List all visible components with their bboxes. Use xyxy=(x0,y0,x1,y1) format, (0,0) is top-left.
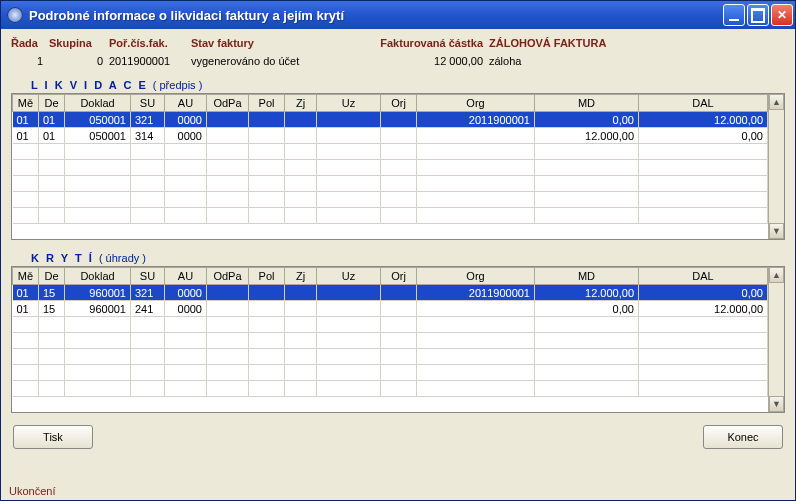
col-au[interactable]: AU xyxy=(165,268,207,285)
table-row[interactable] xyxy=(13,381,768,397)
table-row[interactable] xyxy=(13,176,768,192)
table-kryti[interactable]: Mě De Doklad SU AU OdPa Pol Zj Uz Orj Or xyxy=(12,267,768,397)
table-row[interactable] xyxy=(13,349,768,365)
col-doklad[interactable]: Doklad xyxy=(65,268,131,285)
col-pol[interactable]: Pol xyxy=(249,95,285,112)
cell-pol xyxy=(249,128,285,144)
cell-md: 12.000,00 xyxy=(535,128,639,144)
col-me[interactable]: Mě xyxy=(13,95,39,112)
maximize-button[interactable] xyxy=(747,4,769,26)
table-row[interactable] xyxy=(13,365,768,381)
col-su[interactable]: SU xyxy=(131,268,165,285)
col-org[interactable]: Org xyxy=(417,95,535,112)
cell-doklad: 960001 xyxy=(65,285,131,301)
col-me[interactable]: Mě xyxy=(13,268,39,285)
table-row[interactable]: 0101050001314000012.000,000,00 xyxy=(13,128,768,144)
col-md[interactable]: MD xyxy=(535,268,639,285)
label-por: Poř.čís.fak. xyxy=(109,37,191,49)
content: Řada Skupina Poř.čís.fak. Stav faktury F… xyxy=(1,29,795,482)
cell-su: 321 xyxy=(131,285,165,301)
col-au[interactable]: AU xyxy=(165,95,207,112)
cell-orj xyxy=(381,112,417,128)
cell-au: 0000 xyxy=(165,285,207,301)
col-org[interactable]: Org xyxy=(417,268,535,285)
scroll-down-icon[interactable]: ▼ xyxy=(769,396,784,412)
cell-odpa xyxy=(207,128,249,144)
cell-orj xyxy=(381,285,417,301)
titlebar: Podrobné informace o likvidaci faktury a… xyxy=(1,1,795,29)
col-uz[interactable]: Uz xyxy=(317,268,381,285)
table-row[interactable] xyxy=(13,192,768,208)
konec-button[interactable]: Konec xyxy=(703,425,783,449)
scrollbar-kryti[interactable]: ▲ ▼ xyxy=(768,267,784,412)
table-header: Mě De Doklad SU AU OdPa Pol Zj Uz Orj Or xyxy=(13,95,768,112)
cell-su: 321 xyxy=(131,112,165,128)
cell-me: 01 xyxy=(13,128,39,144)
col-su[interactable]: SU xyxy=(131,95,165,112)
cell-doklad: 050001 xyxy=(65,112,131,128)
col-de[interactable]: De xyxy=(39,95,65,112)
table-likvidace[interactable]: Mě De Doklad SU AU OdPa Pol Zj Uz Orj Or xyxy=(12,94,768,224)
cell-me: 01 xyxy=(13,301,39,317)
col-dal[interactable]: DAL xyxy=(639,268,768,285)
value-por: 2011900001 xyxy=(109,55,191,67)
cell-odpa xyxy=(207,285,249,301)
col-odpa[interactable]: OdPa xyxy=(207,95,249,112)
cell-pol xyxy=(249,112,285,128)
col-md[interactable]: MD xyxy=(535,95,639,112)
table-row[interactable] xyxy=(13,208,768,224)
table-row[interactable]: 0101050001321000020119000010,0012.000,00 xyxy=(13,112,768,128)
cell-dal: 0,00 xyxy=(639,285,768,301)
scroll-up-icon[interactable]: ▲ xyxy=(769,267,784,283)
cell-au: 0000 xyxy=(165,112,207,128)
col-orj[interactable]: Orj xyxy=(381,95,417,112)
col-zj[interactable]: Zj xyxy=(285,95,317,112)
likvidace-title-text: L I K V I D A C E xyxy=(31,79,148,91)
cell-me: 01 xyxy=(13,112,39,128)
table-row[interactable] xyxy=(13,317,768,333)
cell-zj xyxy=(285,112,317,128)
cell-de: 15 xyxy=(39,285,65,301)
cell-su: 241 xyxy=(131,301,165,317)
value-skupina: 0 xyxy=(49,55,109,67)
header-labels: Řada Skupina Poř.čís.fak. Stav faktury F… xyxy=(11,37,785,49)
cell-su: 314 xyxy=(131,128,165,144)
section-kryti-title: K R Y T Í ( úhrady ) xyxy=(11,252,785,264)
label-skupina: Skupina xyxy=(49,37,109,49)
window: Podrobné informace o likvidaci faktury a… xyxy=(0,0,796,501)
cell-de: 01 xyxy=(39,128,65,144)
tisk-button[interactable]: Tisk xyxy=(13,425,93,449)
cell-uz xyxy=(317,301,381,317)
table-row[interactable] xyxy=(13,160,768,176)
window-buttons xyxy=(723,4,793,26)
app-icon xyxy=(7,7,23,23)
table-row[interactable]: 011596000124100000,0012.000,00 xyxy=(13,301,768,317)
cell-uz xyxy=(317,285,381,301)
cell-me: 01 xyxy=(13,285,39,301)
table-row[interactable] xyxy=(13,333,768,349)
cell-de: 15 xyxy=(39,301,65,317)
scroll-up-icon[interactable]: ▲ xyxy=(769,94,784,110)
scrollbar-likvidace[interactable]: ▲ ▼ xyxy=(768,94,784,239)
table-row[interactable] xyxy=(13,144,768,160)
cell-org: 2011900001 xyxy=(417,285,535,301)
scroll-down-icon[interactable]: ▼ xyxy=(769,223,784,239)
col-pol[interactable]: Pol xyxy=(249,268,285,285)
close-button[interactable] xyxy=(771,4,793,26)
cell-uz xyxy=(317,128,381,144)
col-doklad[interactable]: Doklad xyxy=(65,95,131,112)
col-de[interactable]: De xyxy=(39,268,65,285)
cell-doklad: 960001 xyxy=(65,301,131,317)
footer-buttons: Tisk Konec xyxy=(11,425,785,449)
minimize-button[interactable] xyxy=(723,4,745,26)
col-odpa[interactable]: OdPa xyxy=(207,268,249,285)
kryti-sub: ( úhrady ) xyxy=(99,252,146,264)
table-row[interactable]: 01159600013210000201190000112.000,000,00 xyxy=(13,285,768,301)
col-dal[interactable]: DAL xyxy=(639,95,768,112)
col-zj[interactable]: Zj xyxy=(285,268,317,285)
label-stav: Stav faktury xyxy=(191,37,351,49)
status-bar: Ukončení xyxy=(1,482,795,500)
col-uz[interactable]: Uz xyxy=(317,95,381,112)
cell-dal: 0,00 xyxy=(639,128,768,144)
col-orj[interactable]: Orj xyxy=(381,268,417,285)
